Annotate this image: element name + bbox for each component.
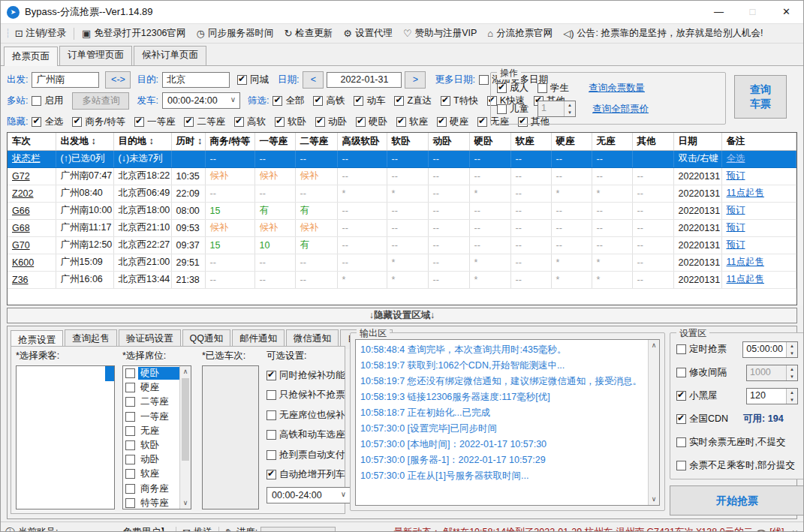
- child-count-spinner[interactable]: 1▲▼: [538, 101, 576, 117]
- toolbar-item[interactable]: ↻检查更新: [284, 27, 333, 40]
- book-link[interactable]: 11点起售: [727, 188, 764, 198]
- table-row[interactable]: G72广州南07:47北京西18:2210:35候补候补候补----------…: [8, 167, 796, 185]
- checkbox[interactable]: [125, 383, 135, 392]
- table-row[interactable]: Z36广州16:06北京西13:4421:38------**--*--**--…: [8, 271, 796, 288]
- checkbox[interactable]: [394, 96, 404, 106]
- main-tab-1[interactable]: 订单管理页面: [59, 46, 132, 65]
- book-link[interactable]: 预订: [727, 222, 745, 233]
- timed-grab-checkbox[interactable]: 定时抢票: [676, 343, 727, 356]
- no-seat-no-submit-checkbox[interactable]: 实时余票无座时,不提交: [676, 436, 785, 449]
- seat-item[interactable]: 特等座: [123, 496, 179, 509]
- main-tab-2[interactable]: 候补订单页面: [134, 46, 206, 65]
- option-checkbox[interactable]: 无座席位也候补: [266, 405, 351, 425]
- seat-item[interactable]: 一等座: [123, 410, 179, 424]
- multi-station-query-button[interactable]: 多站查询: [72, 92, 129, 110]
- to-input[interactable]: 北京: [162, 72, 230, 88]
- checkbox[interactable]: [72, 117, 82, 127]
- blackroom-spinner[interactable]: 120▲▼: [746, 388, 798, 404]
- seat-item[interactable]: 软座: [123, 467, 179, 481]
- checkbox[interactable]: [356, 117, 366, 127]
- toolbar-item[interactable]: ▣免登录打开12306官网: [82, 27, 186, 40]
- checkbox[interactable]: [266, 410, 276, 420]
- checkbox[interactable]: [313, 96, 323, 106]
- option-checkbox[interactable]: 高铁和动车选座: [266, 425, 351, 446]
- table-row[interactable]: G70广州南12:50北京西22:2709:371510有-----------…: [8, 236, 796, 254]
- column-header[interactable]: 硬卧: [469, 133, 510, 150]
- push-label[interactable]: 推送: [194, 526, 212, 532]
- checkbox[interactable]: [266, 430, 276, 440]
- checkbox[interactable]: [234, 117, 244, 127]
- train-number-link[interactable]: Z36: [12, 275, 29, 285]
- column-header[interactable]: 目的地 ↕: [113, 133, 171, 150]
- filter-checkbox[interactable]: 动车: [354, 95, 385, 107]
- book-link[interactable]: 预订: [727, 170, 745, 181]
- column-header[interactable]: 二等座: [295, 133, 337, 150]
- hide-checkbox[interactable]: 一等座: [134, 116, 176, 128]
- child-checkbox[interactable]: 儿童: [497, 103, 528, 116]
- minimize-icon[interactable]: —: [702, 1, 736, 23]
- checkbox[interactable]: [125, 368, 135, 378]
- hide-checkbox[interactable]: 全选: [32, 116, 63, 128]
- train-number-link[interactable]: Z202: [12, 188, 34, 199]
- from-input[interactable]: 广州南: [32, 72, 99, 88]
- table-status-row[interactable]: 状态栏(↑)已选0列(↓)未选7列--------------------双击/…: [8, 150, 796, 167]
- filter-checkbox[interactable]: 高铁: [313, 95, 345, 107]
- checkbox[interactable]: [125, 455, 135, 464]
- hide-checkbox[interactable]: 软座: [396, 116, 428, 128]
- hide-checkbox[interactable]: 硬卧: [356, 116, 387, 128]
- checkbox[interactable]: [266, 450, 276, 460]
- checkbox[interactable]: [125, 498, 135, 508]
- option-checkbox[interactable]: 只抢候补不抢票: [266, 386, 351, 406]
- column-header[interactable]: 历时 ↕: [171, 133, 205, 150]
- column-header[interactable]: 无座: [592, 133, 632, 150]
- checkbox[interactable]: [477, 117, 487, 127]
- checkbox[interactable]: [266, 390, 276, 400]
- resize-grip[interactable]: .::: [789, 527, 799, 532]
- option-checkbox[interactable]: 抢到票自动支付: [266, 445, 351, 465]
- toolbar-item[interactable]: ⌂分流抢票官网: [487, 27, 553, 40]
- column-header[interactable]: 其他: [632, 133, 673, 150]
- passenger-list[interactable]: [16, 365, 115, 509]
- train-number-link[interactable]: G72: [12, 171, 30, 182]
- depart-time-select[interactable]: 00:00-24:00: [162, 92, 240, 109]
- seat-item[interactable]: 硬卧: [123, 366, 179, 380]
- start-grab-button[interactable]: 开始抢票: [670, 485, 804, 515]
- checkbox[interactable]: [266, 371, 276, 380]
- train-number-link[interactable]: 状态栏: [12, 153, 41, 164]
- interval-checkbox[interactable]: 修改间隔: [676, 366, 727, 379]
- query-prices-link[interactable]: 查询全部票价: [592, 103, 649, 116]
- checkbox[interactable]: [32, 117, 41, 127]
- student-checkbox[interactable]: 学生: [538, 82, 569, 95]
- query-remaining-link[interactable]: 查询余票数量: [589, 82, 645, 95]
- checkbox[interactable]: [437, 117, 447, 127]
- checkbox[interactable]: [125, 484, 135, 494]
- hide-checkbox[interactable]: 软卧: [275, 116, 306, 128]
- seat-item[interactable]: 二等座: [123, 395, 179, 409]
- swap-stations-button[interactable]: <->: [105, 71, 131, 89]
- next-date-button[interactable]: >: [405, 71, 426, 89]
- table-row[interactable]: G68广州南11:17北京西21:1009:53候补候补候补----------…: [8, 219, 796, 236]
- checkbox[interactable]: [441, 96, 450, 106]
- query-tickets-button[interactable]: 查询车票: [734, 75, 787, 119]
- filter-checkbox[interactable]: Z直达: [394, 95, 432, 107]
- column-header[interactable]: 高级软卧: [337, 133, 387, 150]
- column-header[interactable]: 备注: [721, 133, 796, 150]
- train-number-link[interactable]: K600: [12, 257, 34, 268]
- seat-item[interactable]: 商务座: [123, 482, 179, 496]
- same-city-checkbox[interactable]: 同城: [237, 74, 269, 86]
- checkbox[interactable]: [354, 96, 363, 106]
- cdn-checkbox[interactable]: 全国CDN: [676, 413, 728, 425]
- column-header[interactable]: 动卧: [428, 133, 469, 150]
- timed-grab-time-spinner[interactable]: 05:00:00▲▼: [742, 341, 798, 358]
- book-link[interactable]: 11点起售: [727, 257, 764, 267]
- checkbox[interactable]: [125, 440, 135, 450]
- blackroom-checkbox[interactable]: 小黑屋: [676, 389, 718, 402]
- output-scrollbar[interactable]: ∧∨: [648, 340, 659, 505]
- column-header[interactable]: 软卧: [387, 133, 428, 150]
- toolbar-item[interactable]: ◷同步服务器时间: [197, 27, 274, 40]
- filter-checkbox[interactable]: T特快: [441, 95, 478, 107]
- main-tab-0[interactable]: 抢票页面: [4, 47, 58, 66]
- interval-spinner[interactable]: 1000▲▼: [746, 365, 798, 381]
- checkbox[interactable]: [125, 397, 135, 407]
- hide-checkbox[interactable]: 商务/特等: [72, 116, 125, 128]
